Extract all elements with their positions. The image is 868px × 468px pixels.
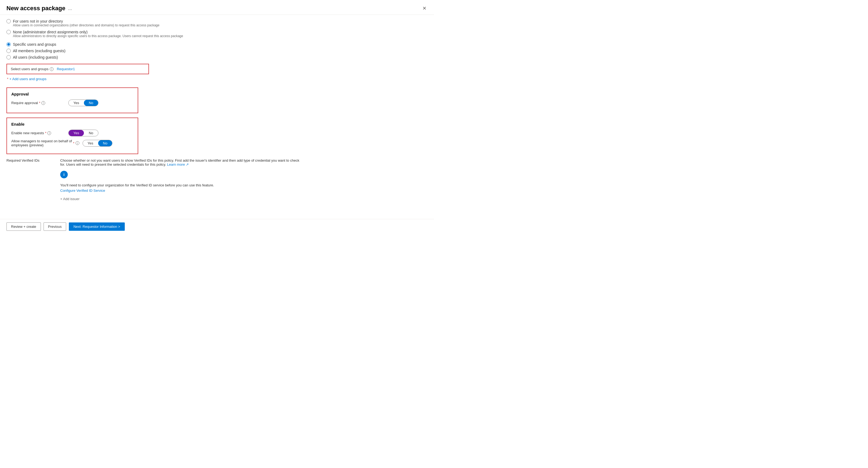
close-button[interactable]: ✕ [421, 4, 428, 12]
allow-managers-text: Allow managers to request on behalf ofem… [11, 139, 72, 147]
radio-all-members: All members (excluding guests) [6, 49, 428, 53]
dialog-title: New access package [6, 5, 65, 12]
allow-managers-row: Allow managers to request on behalf ofem… [11, 139, 133, 147]
approval-no-button[interactable]: No [84, 100, 98, 106]
new-access-package-dialog: New access package ... ✕ For users not i… [0, 0, 434, 234]
radio-none-label: None (administrator direct assignments o… [13, 30, 88, 34]
add-issuer-button[interactable]: + Add issuer [60, 197, 80, 201]
enable-new-requests-row: Enable new requests * i Yes No [11, 130, 133, 136]
radio-none: None (administrator direct assignments o… [6, 30, 428, 38]
previous-button[interactable]: Previous [43, 222, 66, 231]
dialog-header: New access package ... ✕ [0, 0, 434, 15]
verified-ids-label: Required Verified IDs [6, 158, 55, 162]
add-users-required-star: * [7, 77, 8, 81]
enable-new-requests-yes-button[interactable]: Yes [68, 130, 84, 136]
radio-all-users: All users (including guests) [6, 55, 428, 59]
radio-all-users-input[interactable] [6, 55, 11, 59]
radio-none-desc: Allow administrators to directly assign … [13, 34, 428, 38]
allow-managers-star: * [73, 141, 74, 145]
allow-managers-label: Allow managers to request on behalf ofem… [11, 139, 79, 147]
more-options-icon[interactable]: ... [68, 6, 72, 11]
verified-ids-content: Choose whether or not you want users to … [60, 158, 428, 201]
verified-ids-desc: Choose whether or not you want users to … [60, 158, 302, 166]
enable-section: Enable Enable new requests * i Yes No Al… [6, 118, 138, 154]
configure-msg: You'll need to configure your organizati… [60, 183, 428, 187]
verified-ids-section: Required Verified IDs Choose whether or … [6, 158, 428, 201]
radio-specific-users-label: Specific users and groups [13, 42, 56, 46]
add-users-link-text[interactable]: + Add users and groups [9, 77, 46, 81]
enable-new-requests-toggle: Yes No [68, 130, 98, 136]
approval-section: Approval Require approval * i Yes No [6, 87, 138, 113]
verified-ids-info-icon: i [60, 171, 68, 178]
requestor-tag[interactable]: Requestor1 [57, 67, 75, 71]
select-users-label: Select users and groups i [11, 67, 54, 71]
dialog-footer: Review + create Previous Next: Requestor… [0, 219, 434, 234]
radio-not-in-directory-input[interactable] [6, 19, 11, 23]
review-create-button[interactable]: Review + create [6, 222, 41, 231]
enable-new-requests-text: Enable new requests [11, 131, 44, 135]
dialog-body: For users not in your directory Allow us… [0, 15, 434, 219]
select-users-box: Select users and groups i Requestor1 [6, 64, 149, 74]
directory-radio-section: For users not in your directory Allow us… [6, 19, 428, 38]
radio-none-input[interactable] [6, 30, 11, 34]
radio-specific-users: Specific users and groups [6, 42, 428, 46]
allow-managers-no-button[interactable]: No [98, 140, 113, 146]
enable-new-requests-label: Enable new requests * i [11, 131, 65, 135]
dialog-title-area: New access package ... [6, 5, 72, 12]
enable-new-requests-no-button[interactable]: No [84, 130, 98, 136]
radio-specific-users-input[interactable] [6, 42, 11, 46]
require-approval-label: Require approval * i [11, 101, 65, 105]
allow-managers-toggle: Yes No [83, 140, 113, 147]
approval-title: Approval [11, 92, 133, 96]
verified-ids-row: Required Verified IDs Choose whether or … [6, 158, 428, 201]
select-users-text: Select users and groups [11, 67, 49, 71]
configure-verified-id-link[interactable]: Configure Verified ID Service [60, 189, 105, 193]
radio-all-users-label: All users (including guests) [13, 55, 58, 59]
learn-more-link[interactable]: Learn more ↗ [167, 162, 189, 166]
allow-managers-info-icon[interactable]: i [75, 141, 79, 145]
approval-yes-button[interactable]: Yes [68, 100, 84, 106]
select-users-info-icon[interactable]: i [50, 67, 54, 71]
enable-new-requests-info-icon[interactable]: i [47, 131, 51, 135]
require-approval-text: Require approval [11, 101, 38, 105]
radio-not-in-directory-desc: Allow users in connected organizations (… [13, 23, 428, 27]
enable-title: Enable [11, 122, 133, 126]
sub-radio-section: Specific users and groups All members (e… [6, 42, 428, 59]
radio-not-in-directory-label: For users not in your directory [13, 19, 63, 23]
allow-managers-yes-button[interactable]: Yes [83, 140, 98, 146]
require-approval-star: * [39, 101, 40, 105]
radio-not-in-directory: For users not in your directory Allow us… [6, 19, 428, 27]
next-button[interactable]: Next: Requestor Information > [69, 222, 125, 231]
enable-new-requests-star: * [45, 131, 46, 135]
require-approval-info-icon[interactable]: i [41, 101, 45, 105]
require-approval-row: Require approval * i Yes No [11, 99, 133, 106]
radio-all-members-input[interactable] [6, 49, 11, 53]
add-users-link[interactable]: * + Add users and groups [7, 77, 428, 81]
radio-all-members-label: All members (excluding guests) [13, 49, 65, 53]
approval-toggle-group: Yes No [68, 99, 98, 106]
